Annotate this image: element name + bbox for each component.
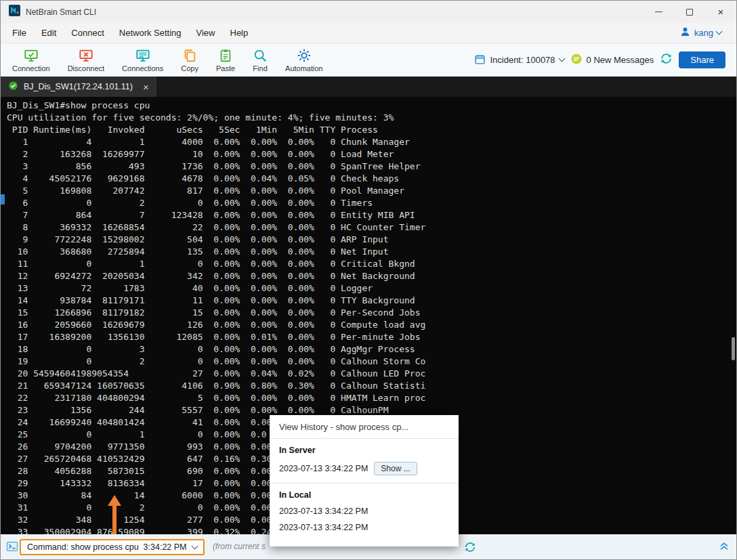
paste-icon [218,48,233,64]
local-timestamp: 2023-07-13 3:34:22 PM [279,523,368,532]
menubar: File Edit Connect Network Setting View H… [1,23,736,43]
command-context-note: (from current s [213,542,266,551]
selection-marker [1,194,5,204]
tab-label: BJ_Dis_SW1(172.24.101.11) [24,82,133,91]
automation-gear-icon [297,48,312,64]
arrow-stem [112,505,117,534]
automation-label: Automation [285,64,323,72]
calendar-icon [474,53,486,67]
menu-item-view[interactable]: View [189,25,223,41]
tab-bj-dis-sw1[interactable]: BJ_Dis_SW1(172.24.101.11) × [1,77,156,97]
maximize-icon [686,9,693,16]
incident-label: Incident: 100078 [490,55,555,65]
connected-check-icon [8,81,18,93]
minimize-icon [655,12,662,13]
find-icon [253,48,268,64]
incident-selector[interactable]: Incident: 100078 [474,53,564,67]
share-button[interactable]: Share [679,51,725,68]
menu-item-edit[interactable]: Edit [34,25,64,41]
toolbar: Connection Disconnect Connections Copy P… [1,43,736,77]
window-controls: × [643,1,736,23]
menu-item-file[interactable]: File [5,25,34,41]
messages-label: 0 New Messages [587,55,654,65]
copy-button[interactable]: Copy [172,48,207,72]
view-history-popup: View History - show process cp... In Ser… [270,415,459,546]
paste-label: Paste [216,64,235,72]
connection-icon [24,48,39,64]
popup-section-server: In Server 2023-07-13 3:34:22 PM Show ... [270,439,459,483]
maximize-button[interactable] [674,1,705,23]
disconnect-button[interactable]: Disconnect [59,48,113,72]
titlebar: NetBrain Smart CLI × [1,1,736,23]
connections-icon [135,48,150,64]
connection-button[interactable]: Connection [3,48,59,72]
server-timestamp: 2023-07-13 3:34:22 PM [279,464,368,473]
connection-label: Connection [12,64,50,72]
messages-indicator[interactable]: 0 New Messages [570,53,654,67]
find-label: Find [253,64,267,72]
popup-title: View History - show process cp... [270,415,459,439]
disconnect-label: Disconnect [68,64,104,72]
menu-item-connect[interactable]: Connect [64,25,111,41]
paste-button[interactable]: Paste [207,48,244,72]
chevron-down-icon [716,28,723,35]
popup-section-local: In Local 2023-07-13 3:34:22 PM 2023-07-1… [270,483,459,540]
app-window: NetBrain Smart CLI × File Edit Connect N… [0,0,737,560]
close-button[interactable]: × [705,1,736,23]
collapse-up-button[interactable] [717,539,731,555]
history-entry[interactable]: 2023-07-13 3:34:22 PM [279,523,449,532]
tab-close-icon[interactable]: × [143,82,149,92]
user-icon [679,26,691,40]
messages-icon [570,53,583,67]
local-timestamp: 2023-07-13 3:34:22 PM [279,507,368,516]
automation-button[interactable]: Automation [276,48,332,72]
history-entry[interactable]: 2023-07-13 3:34:22 PM [279,507,449,516]
toolbar-right: Incident: 100078 0 New Messages Share [474,51,734,68]
local-heading: In Local [279,490,449,500]
annotation-arrow-up [108,495,121,534]
menu-item-help[interactable]: Help [223,25,256,41]
server-heading: In Server [279,446,449,455]
connections-label: Connections [122,64,163,72]
terminal-scrollbar-thumb[interactable] [732,337,735,360]
show-button[interactable]: Show ... [374,462,417,475]
tabbar: BJ_Dis_SW1(172.24.101.11) × [1,77,736,97]
chevron-down-icon [558,56,565,62]
user-menu[interactable]: kang [679,26,732,40]
minimize-button[interactable] [643,1,674,23]
arrow-head [108,495,121,506]
copy-icon [182,48,197,64]
menu-item-network-setting[interactable]: Network Setting [112,25,189,41]
connections-button[interactable]: Connections [113,48,172,72]
chevron-down-icon [191,542,198,549]
cli-prompt-icon [6,540,18,555]
history-entry: 2023-07-13 3:34:22 PM Show ... [279,462,449,475]
find-button[interactable]: Find [244,48,276,72]
sync-button[interactable] [660,52,673,68]
app-logo-icon [9,5,20,19]
window-title: NetBrain Smart CLI [26,7,96,17]
command-dropdown[interactable]: Command: show process cpu 3:34:22 PM [20,539,205,555]
refresh-button[interactable] [464,541,476,556]
copy-label: Copy [181,64,198,72]
user-name: kang [694,28,713,38]
disconnect-icon [79,48,93,64]
command-text: Command: show process cpu 3:34:22 PM [27,542,187,552]
